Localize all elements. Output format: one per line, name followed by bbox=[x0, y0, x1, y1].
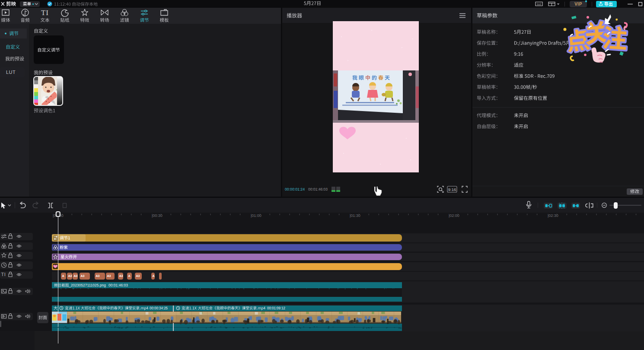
svg-text:VIP: VIP bbox=[574, 2, 582, 6]
svg-text:A: A bbox=[62, 274, 64, 277]
svg-text:00:01:09:12: 00:01:09:12 bbox=[267, 306, 285, 310]
svg-text:TI: TI bbox=[41, 9, 49, 17]
svg-text:00:01:46:03: 00:01:46:03 bbox=[108, 283, 128, 287]
svg-text:LUT: LUT bbox=[6, 70, 16, 75]
svg-text:00:00:34:25: 00:00:34:25 bbox=[150, 306, 168, 310]
svg-text:A3: A3 bbox=[107, 274, 111, 277]
svg-text:A3: A3 bbox=[136, 274, 140, 277]
svg-text:00:01:46:03: 00:01:46:03 bbox=[308, 187, 328, 191]
svg-text:_20230527111025.png: _20230527111025.png bbox=[68, 283, 106, 287]
svg-text:A3: A3 bbox=[74, 274, 78, 277]
svg-text:A: A bbox=[153, 274, 155, 277]
svg-text:A3: A3 bbox=[81, 274, 85, 277]
svg-text:A: A bbox=[128, 274, 131, 277]
svg-text:A3: A3 bbox=[96, 274, 100, 277]
svg-text:A3: A3 bbox=[68, 274, 72, 277]
svg-text:9:16: 9:16 bbox=[448, 187, 456, 192]
svg-text:A3: A3 bbox=[119, 274, 123, 277]
svg-text:00:00:01:24: 00:00:01:24 bbox=[285, 187, 305, 191]
svg-text:TI: TI bbox=[1, 272, 6, 277]
